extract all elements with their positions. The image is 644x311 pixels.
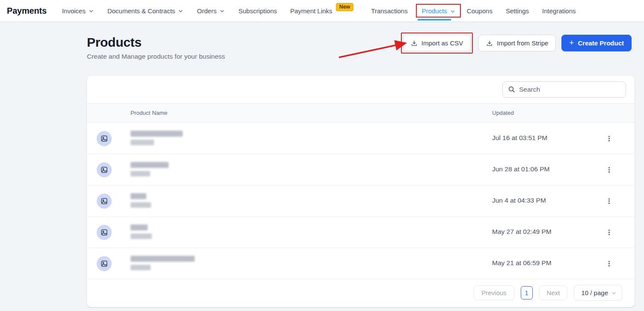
search-box — [502, 81, 626, 98]
chevron-down-icon — [88, 8, 94, 14]
image-icon — [100, 197, 108, 205]
create-product-button[interactable]: + Create Product — [561, 35, 632, 51]
table-body: Jul 16 at 03:51 PM Jun 28 at 01:06 PM — [87, 123, 635, 279]
nav-label: Payment Links — [290, 7, 332, 15]
nav-item-products[interactable]: Products — [422, 7, 456, 15]
updated-date: Jun 4 at 04:33 PM — [492, 197, 546, 204]
kebab-menu-icon — [605, 229, 613, 236]
import-csv-button[interactable]: Import as CSV — [403, 35, 471, 51]
nav-label: Products — [422, 7, 447, 15]
import-stripe-button[interactable]: Import from Stripe — [478, 35, 556, 51]
top-navbar: Payments Invoices Documents & Contracts … — [0, 0, 644, 21]
kebab-menu-icon — [605, 260, 613, 267]
pagination: Previous 1 Next 10 / page — [87, 278, 635, 307]
column-header-product-name: Product Name — [131, 110, 167, 116]
row-actions-button[interactable] — [602, 163, 615, 176]
chevron-down-icon — [219, 8, 225, 14]
table-row[interactable]: Jul 16 at 03:51 PM — [87, 123, 635, 154]
table-row[interactable]: May 27 at 02:49 PM — [87, 217, 635, 248]
product-name-redacted — [131, 224, 152, 239]
row-actions-button[interactable] — [602, 226, 615, 239]
nav-item-invoices[interactable]: Invoices — [62, 7, 94, 15]
nav-item-payment-links[interactable]: Payment Links New — [290, 7, 353, 15]
nav-item-subscriptions[interactable]: Subscriptions — [238, 7, 277, 15]
image-icon — [100, 166, 108, 174]
product-avatar — [97, 194, 112, 209]
nav-label: Settings — [506, 7, 529, 15]
image-icon — [100, 135, 108, 143]
nav-label: Documents & Contracts — [107, 7, 175, 15]
nav-label: Subscriptions — [238, 7, 277, 15]
row-actions-button[interactable] — [602, 194, 615, 207]
current-page-button[interactable]: 1 — [521, 286, 533, 299]
page-title: Products — [87, 35, 142, 50]
product-avatar — [97, 256, 112, 271]
kebab-menu-icon — [605, 166, 613, 173]
page-size-select[interactable]: 10 / page — [574, 285, 622, 301]
row-actions-button[interactable] — [602, 257, 615, 270]
nav-label: Orders — [197, 7, 217, 15]
new-badge: New — [336, 3, 354, 11]
kebab-menu-icon — [605, 197, 613, 205]
products-card: Product Name Updated Jul 16 at 03:51 PM — [87, 76, 635, 307]
column-header-updated: Updated — [492, 110, 514, 116]
chevron-down-icon — [178, 8, 184, 14]
page-size-label: 10 / page — [581, 289, 608, 296]
product-name-redacted — [131, 162, 169, 176]
create-product-label: Create Product — [578, 39, 624, 47]
updated-date: May 21 at 06:59 PM — [492, 259, 552, 267]
import-csv-annotation-box: Import as CSV — [401, 33, 473, 54]
download-icon — [411, 40, 418, 47]
import-csv-label: Import as CSV — [421, 39, 463, 47]
previous-page-button[interactable]: Previous — [474, 285, 514, 300]
updated-date: Jun 28 at 01:06 PM — [492, 165, 549, 173]
download-icon — [486, 40, 493, 47]
nav-item-coupons[interactable]: Coupons — [467, 7, 493, 15]
product-name-redacted — [131, 256, 195, 270]
nav-item-integrations[interactable]: Integrations — [542, 7, 576, 15]
chevron-down-icon — [450, 9, 456, 15]
table-header: Product Name Updated — [87, 103, 635, 123]
updated-date: Jul 16 at 03:51 PM — [492, 134, 547, 142]
active-tab-underline — [418, 19, 451, 21]
nav-item-settings[interactable]: Settings — [506, 7, 529, 15]
nav-label: Invoices — [62, 7, 86, 15]
next-page-button[interactable]: Next — [539, 285, 568, 300]
nav-item-orders[interactable]: Orders — [197, 7, 225, 15]
image-icon — [100, 228, 108, 236]
product-avatar — [97, 131, 112, 146]
product-name-redacted — [131, 193, 151, 208]
product-name-redacted — [131, 131, 183, 145]
nav-label: Coupons — [467, 7, 493, 15]
nav-label: Integrations — [542, 7, 576, 15]
updated-date: May 27 at 02:49 PM — [492, 228, 552, 236]
product-avatar — [97, 162, 112, 177]
table-row[interactable]: Jun 28 at 01:06 PM — [87, 154, 635, 185]
plus-icon: + — [569, 38, 574, 48]
nav-item-documents-contracts[interactable]: Documents & Contracts — [107, 7, 184, 15]
import-stripe-label: Import from Stripe — [497, 39, 548, 47]
nav-item-transactions[interactable]: Transactions — [371, 7, 407, 15]
image-icon — [100, 260, 108, 268]
product-avatar — [97, 225, 112, 240]
search-input[interactable] — [502, 81, 626, 98]
nav-label: Transactions — [371, 7, 407, 15]
page-subtitle: Create and Manage products for your busi… — [87, 53, 225, 60]
products-annotation-box: Products — [416, 4, 461, 18]
header-actions: Import as CSV Import from Stripe + Creat… — [401, 33, 632, 54]
chevron-down-icon — [611, 290, 617, 296]
kebab-menu-icon — [605, 135, 613, 142]
table-row[interactable]: May 21 at 06:59 PM — [87, 248, 635, 279]
table-row[interactable]: Jun 4 at 04:33 PM — [87, 185, 635, 217]
row-actions-button[interactable] — [602, 132, 615, 145]
app-brand: Payments — [7, 6, 47, 16]
